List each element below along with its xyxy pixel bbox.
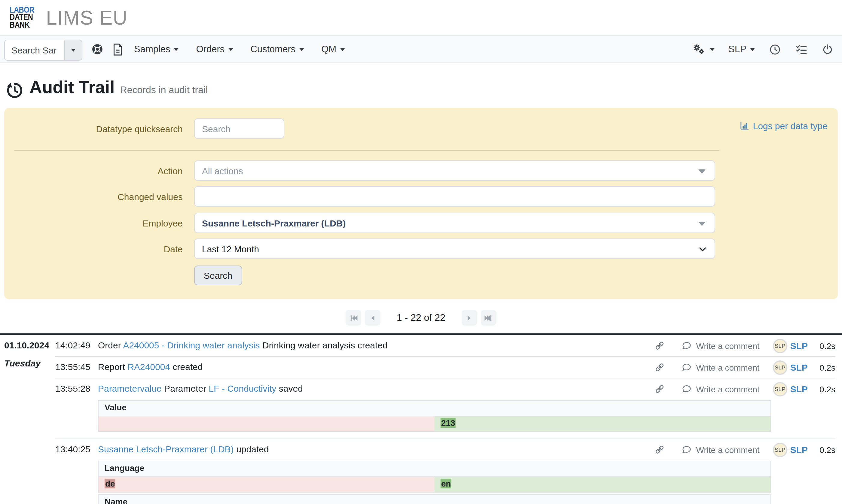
navbar-menus: Samples Orders Customers QM [134,44,345,55]
power-icon[interactable] [822,43,834,56]
row-time: 14:02:49 [55,339,98,352]
quicksearch-input[interactable] [194,118,284,139]
navbar-search-input[interactable] [4,39,64,60]
menu-orders[interactable]: Orders [196,44,233,55]
caret-right-icon [465,313,474,322]
record-link[interactable]: RA240004 [127,361,170,372]
user-profile-link[interactable]: SLP [790,341,808,351]
pagination-last-button[interactable] [481,310,496,326]
changed-value-highlight: 213 [440,418,456,427]
row-text: Parameter [162,383,209,393]
write-comment-button[interactable]: Write a comment [682,445,760,455]
gears-icon [692,43,706,55]
change-block: Languagedeen [98,461,771,492]
record-link[interactable]: LF - Conductivity [209,383,277,393]
page-subtitle: Records in audit trail [120,85,208,95]
navbar-search-group [4,39,82,59]
row-actions: Write a commentSLPSLP0.2s [668,339,836,352]
row-text: updated [234,444,269,454]
write-comment-label: Write a comment [696,445,760,454]
write-comment-button[interactable]: Write a comment [682,384,760,394]
user-avatar-badge[interactable]: SLP [773,339,787,353]
change-old-value: de [99,477,435,492]
permalink-icon[interactable] [654,383,666,395]
changed-values-table: Value213 [98,400,771,433]
action-select[interactable]: All actions [194,160,715,181]
employee-label: Employee [4,218,194,228]
row-description: Order A240005 - Drinking water analysis … [98,339,668,352]
row-text: Order [98,340,123,350]
date-select[interactable]: Last 12 Month [194,238,715,259]
user-profile-link[interactable]: SLP [790,384,808,394]
clock-icon[interactable] [769,43,781,56]
user-menu[interactable]: SLP [729,44,755,55]
audit-row: 13:55:28Parametervalue Parameter LF - Co… [55,378,836,438]
search-type-dropdown-button[interactable] [64,39,82,60]
record-link[interactable]: A240005 - Drinking water analysis [123,340,260,350]
caret-down-icon [698,169,705,174]
menu-label: QM [321,44,336,55]
caret-down-icon [71,48,76,51]
day-weekday: Tuesday [4,358,55,368]
menu-qm[interactable]: QM [321,44,345,55]
date-select-value: Last 12 Month [202,244,259,254]
row-description: Parametervalue Parameter LF - Conductivi… [98,382,668,396]
user-profile-link[interactable]: SLP [790,362,808,373]
employee-row: Employee Susanne Letsch-Praxmarer (LDB) [4,213,838,233]
write-comment-label: Write a comment [696,341,760,350]
logs-link-label: Logs per data type [753,121,828,131]
pagination: 1 - 22 of 22 [0,310,842,326]
duration-label: 0.2s [817,445,836,454]
change-field-header: Language [98,461,771,477]
settings-menu[interactable] [692,43,715,55]
change-values-row: deen [98,477,771,492]
caret-down-icon [228,48,233,51]
day-date: 01.10.2024 [4,340,55,350]
skip-end-icon [484,313,493,322]
change-new-value: en [435,477,771,492]
pagination-first-button[interactable] [346,310,361,326]
row-actions: Write a commentSLPSLP0.2s [668,443,836,456]
write-comment-button[interactable]: Write a comment [682,341,760,351]
file-text-icon[interactable] [112,43,123,56]
change-old-value [99,416,435,431]
pagination-label: 1 - 22 of 22 [397,312,445,323]
duration-label: 0.2s [817,362,836,372]
search-button[interactable]: Search [194,266,242,285]
change-block: Value213 [98,400,771,432]
user-avatar-badge[interactable]: SLP [773,382,787,396]
record-link[interactable]: Parametervalue [98,383,162,393]
employee-select[interactable]: Susanne Letsch-Praxmarer (LDB) [194,213,715,233]
menu-label: Orders [196,44,225,55]
user-avatar-badge[interactable]: SLP [773,360,787,375]
record-link[interactable]: Susanne Letsch-Praxmarer (LDB) [98,444,234,454]
caret-down-icon [299,48,304,51]
checklist-icon[interactable] [795,43,808,56]
labordatenbank-logo[interactable]: LABOR DATEN BANK [10,6,34,29]
changed-values-row: Changed values [4,186,838,206]
pagination-next-button[interactable] [461,310,477,326]
menu-customers[interactable]: Customers [250,44,304,55]
permalink-icon[interactable] [654,444,666,455]
change-values-row: 213 [98,416,771,432]
logs-per-datatype-link[interactable]: Logs per data type [739,121,828,131]
user-profile-link[interactable]: SLP [790,445,808,455]
permalink-icon[interactable] [654,362,666,373]
navbar-right: SLP [692,43,834,56]
menu-samples[interactable]: Samples [134,44,179,55]
changed-value-highlight: de [105,479,116,488]
permalink-icon[interactable] [654,340,666,352]
row-time: 13:40:25 [55,443,98,456]
row-actions: Write a commentSLPSLP0.2s [668,382,836,396]
changed-values-input[interactable] [194,186,715,206]
audit-row: 13:55:45Report RA240004 createdWrite a c… [55,356,836,378]
row-text: saved [277,383,303,393]
pagination-prev-button[interactable] [365,310,381,326]
comment-icon [682,362,692,373]
write-comment-label: Write a comment [696,362,760,372]
user-avatar-badge[interactable]: SLP [773,443,787,457]
row-description: Report RA240004 created [98,361,668,374]
comment-icon [682,341,692,351]
write-comment-button[interactable]: Write a comment [682,362,760,373]
life-preserver-icon[interactable] [91,43,104,56]
